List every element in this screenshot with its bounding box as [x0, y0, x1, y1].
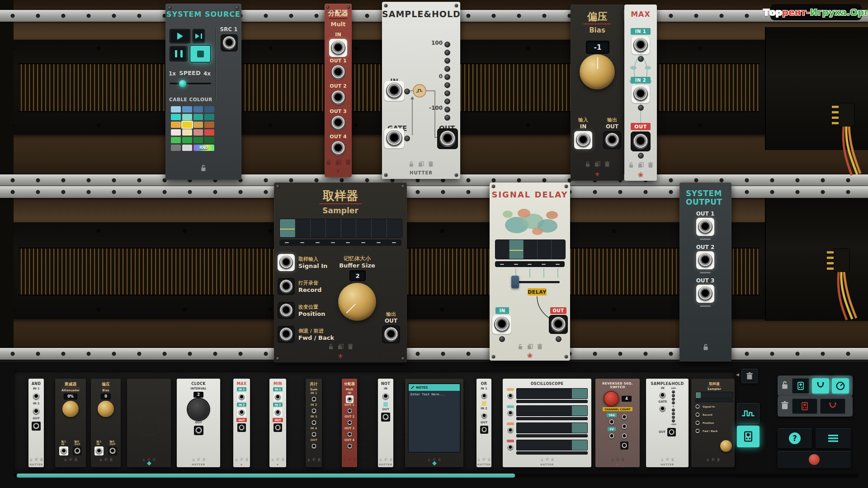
mini-jack[interactable]	[194, 426, 203, 435]
cable-bundle-top[interactable]	[800, 90, 863, 176]
mini-jack[interactable]	[237, 423, 246, 432]
signal-view-button[interactable]	[737, 403, 760, 424]
cable-colour-swatch[interactable]	[171, 122, 181, 128]
mini-jack[interactable]	[694, 427, 701, 435]
mini-jack[interactable]	[620, 441, 628, 450]
cable-colour-swatch[interactable]	[182, 145, 192, 151]
collapse-arrow-icon[interactable]: ◀	[736, 372, 739, 377]
cable-colour-swatch[interactable]	[171, 114, 181, 120]
out-jack[interactable]	[437, 128, 458, 149]
lock-icon[interactable]	[679, 343, 731, 351]
cable-colour-swatch[interactable]	[182, 129, 192, 136]
mini-jack[interactable]	[346, 442, 354, 450]
delete-modules-button[interactable]	[792, 399, 817, 414]
sampler-jack-record[interactable]	[278, 278, 295, 295]
mini-jack[interactable]	[346, 419, 354, 427]
in2-jack[interactable]	[632, 85, 650, 103]
tray-module-notes[interactable]: NOTESEnter Text Here...	[405, 379, 463, 467]
buffer-size-knob[interactable]	[338, 283, 376, 321]
system-out-jack[interactable]	[696, 285, 714, 303]
in-jack[interactable]	[492, 315, 511, 334]
cable-colour-swatch[interactable]	[204, 106, 214, 113]
record-button[interactable]	[778, 451, 851, 468]
stop-button[interactable]	[190, 45, 211, 62]
cable-colour-swatch[interactable]	[193, 129, 203, 136]
mini-jack[interactable]	[32, 407, 41, 416]
mini-jack[interactable]	[620, 413, 628, 421]
mini-jack[interactable]	[620, 432, 628, 440]
cable-colour-swatch[interactable]	[193, 137, 203, 143]
mini-knob[interactable]	[188, 399, 209, 420]
mini-jack[interactable]	[346, 407, 354, 415]
mini-jack[interactable]	[694, 419, 701, 427]
mini-jack[interactable]	[274, 423, 282, 432]
notes-screen[interactable]: NOTESEnter Text Here...	[408, 383, 461, 453]
mini-jack[interactable]	[506, 443, 514, 451]
mini-jack[interactable]	[346, 431, 354, 438]
tray-scrollbar-thumb[interactable]	[17, 474, 515, 478]
speed-slider-thumb[interactable]	[179, 80, 186, 87]
mini-jack[interactable]	[608, 432, 616, 440]
out-jack[interactable]	[603, 131, 621, 149]
module-action-icons[interactable]	[274, 343, 407, 350]
mini-jack[interactable]	[694, 411, 701, 418]
tray-module-mult[interactable]: 分配器MultINOUT 1OUT 2OUT 3OUT 4	[342, 379, 357, 467]
in-jack[interactable]	[329, 39, 347, 57]
cable-colour-swatch[interactable]	[182, 137, 192, 143]
tray-module-or[interactable]: ORIN 1IN 2OUTHUTTER	[476, 379, 491, 467]
gate-jack[interactable]	[384, 128, 404, 148]
tray-module-and[interactable]: ANDIN 1IN 2OUTHUTTER	[28, 379, 44, 467]
mini-jack[interactable]	[59, 446, 68, 455]
module-system-source[interactable]: SYSTEM SOURCE SRC 1 1x SPEED 4x CABLE CO…	[165, 4, 241, 180]
module-sample-hold[interactable]: SAMPLE&HOLD IN GATE OUT HUTTER 1000-100	[382, 2, 460, 179]
cable-colour-swatch[interactable]	[171, 137, 181, 143]
out-jack[interactable]	[382, 325, 400, 343]
module-action-icons[interactable]	[624, 162, 657, 168]
bias-knob[interactable]	[580, 54, 615, 89]
sample-buffer-display[interactable]	[279, 219, 402, 238]
mini-jack[interactable]	[480, 412, 488, 420]
mini-knob[interactable]	[720, 440, 732, 452]
cable-colour-swatch[interactable]	[204, 129, 214, 136]
mini-jack[interactable]	[506, 392, 514, 400]
module-system-output[interactable]: SYSTEM OUTPUT OUT 1 OUT 2 OUT 3	[679, 183, 731, 361]
tray-module-bias[interactable]: 偏压Bias0输入IN输出OUT	[91, 379, 121, 467]
in-jack[interactable]	[574, 131, 592, 149]
notes-body[interactable]: Enter Text Here...	[409, 391, 460, 398]
toggle-cables-button[interactable]	[812, 378, 829, 394]
tray-module-sampler_mini[interactable]: 取样器SamplerSignal InRecordPositionFwd / B…	[691, 379, 735, 467]
mini-jack[interactable]	[310, 395, 318, 403]
cable-colour-swatch[interactable]	[193, 106, 203, 113]
mini-jack[interactable]	[310, 431, 318, 438]
tray-module-max[interactable]: MAXIN 1IN 2OUT❀	[233, 379, 250, 467]
cable-colour-swatch[interactable]	[204, 114, 214, 120]
mini-jack[interactable]	[108, 446, 117, 455]
mini-jack[interactable]	[310, 419, 318, 427]
cable-colour-swatch[interactable]	[171, 106, 181, 113]
cable-colour-swatch[interactable]	[182, 122, 192, 128]
cable-colour-swatch[interactable]	[171, 129, 181, 136]
out-jack[interactable]	[331, 65, 345, 80]
sampler-jack-signal-in[interactable]	[278, 254, 295, 271]
mini-jack[interactable]	[658, 404, 667, 413]
tray-module-blank[interactable]	[127, 379, 171, 467]
mini-knob[interactable]	[604, 391, 619, 406]
cable-colour-swatch[interactable]	[193, 114, 203, 120]
out-jack[interactable]	[631, 131, 651, 151]
trash-icon[interactable]	[780, 401, 789, 412]
module-action-icons[interactable]	[571, 161, 624, 167]
mini-jack[interactable]	[381, 392, 390, 401]
mini-jack[interactable]	[274, 408, 282, 417]
menu-button[interactable]	[816, 428, 851, 448]
delete-cables-button[interactable]	[820, 399, 845, 414]
module-action-icons[interactable]	[490, 343, 570, 350]
in1-jack[interactable]	[632, 36, 650, 54]
system-out-jack[interactable]	[696, 251, 714, 269]
help-button[interactable]: ?	[778, 428, 812, 448]
mini-jack[interactable]	[73, 446, 82, 455]
mini-jack[interactable]	[346, 395, 354, 403]
module-sampler[interactable]: 取样器 Sampler 取样输入 Signal In 打开录音 Record 改…	[274, 183, 407, 362]
mini-jack[interactable]	[32, 422, 41, 431]
tray-module-sum[interactable]: 共计SumIN 1IN 2IN 3IN 4OUT	[306, 379, 322, 467]
tray-module-oscilloscope[interactable]: OSCILLOSCOPEHUTTER	[503, 379, 591, 467]
